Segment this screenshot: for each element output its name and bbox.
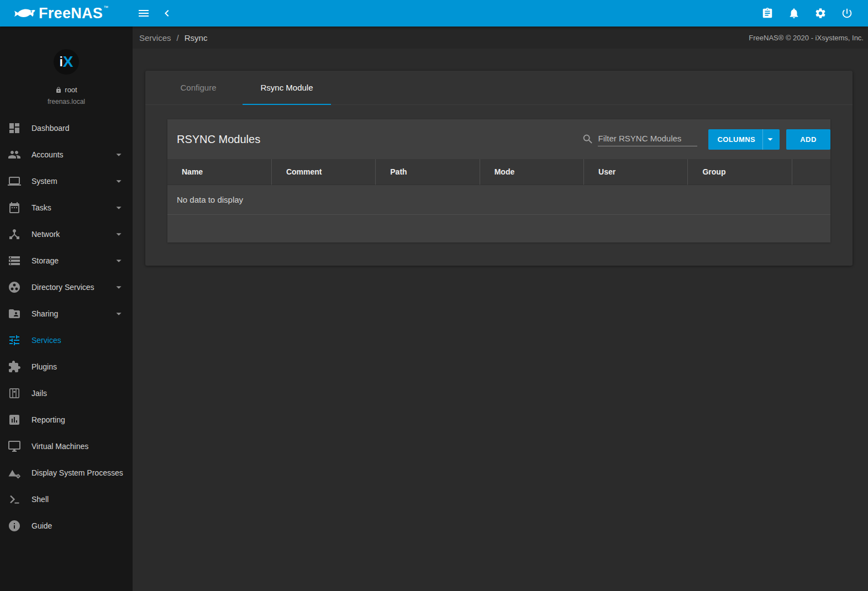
tab-configure[interactable]: Configure (154, 71, 243, 104)
system-icon (8, 175, 21, 188)
tab-bar: Configure Rsync Module (145, 71, 853, 105)
empty-row: No data to display (167, 184, 830, 214)
chevron-down-icon (113, 175, 125, 187)
sidebar-item-directory-services[interactable]: Directory Services (0, 274, 133, 300)
column-header-comment[interactable]: Comment (271, 159, 375, 184)
jails-icon (8, 387, 21, 400)
services-icon (8, 334, 21, 347)
freenas-logo: FreeNAS ™ (0, 3, 133, 23)
sidebar-item-system[interactable]: System (0, 168, 133, 194)
topbar-left-icons (133, 2, 178, 24)
column-header-name[interactable]: Name (167, 159, 271, 184)
sharing-icon (8, 307, 21, 320)
breadcrumb-section[interactable]: Services (139, 33, 171, 43)
dashboard-icon (8, 122, 21, 135)
search-icon (582, 133, 594, 145)
column-header-path[interactable]: Path (376, 159, 480, 184)
empty-message-cell: No data to display (167, 184, 830, 214)
rsync-modules-table: NameCommentPathModeUserGroup No data to … (167, 159, 830, 215)
lock-icon (55, 87, 62, 93)
column-header-mode[interactable]: Mode (480, 159, 583, 184)
tab-rsync-module[interactable]: Rsync Module (243, 71, 331, 104)
main-content: Configure Rsync Module RSYNC Modules COL… (133, 49, 868, 591)
power-icon (841, 7, 853, 19)
breadcrumb: Services / Rsync FreeNAS® © 2020 - iXsys… (133, 27, 868, 49)
chevron-down-icon (113, 228, 125, 240)
freenas-brand: FreeNAS ™ (12, 3, 108, 23)
filter-input[interactable] (598, 132, 697, 146)
chevron-down-icon (113, 281, 125, 293)
network-icon (8, 228, 21, 241)
sidebar: i X root freenas.local Dashboard Account… (0, 27, 133, 591)
columns-button-label: COLUMNS (717, 135, 755, 144)
task-manager-button[interactable] (756, 2, 778, 24)
settings-icon (814, 7, 827, 19)
plugins-icon (8, 360, 21, 373)
task-manager-icon (761, 7, 774, 19)
sidebar-item-accounts[interactable]: Accounts (0, 141, 133, 168)
display-system-processes-icon (8, 466, 21, 479)
sidebar-item-display-system-processes[interactable]: Display System Processes (0, 460, 133, 486)
directory-services-icon (8, 281, 21, 294)
collapse-sidebar-button[interactable] (156, 2, 178, 24)
sidebar-item-plugins[interactable]: Plugins (0, 353, 133, 380)
panel-title: RSYNC Modules (177, 133, 260, 146)
logged-in-user: root (0, 86, 133, 94)
columns-button-divider (762, 129, 763, 150)
rsync-modules-panel: RSYNC Modules COLUMNS ADD (167, 119, 830, 242)
sidebar-item-jails[interactable]: Jails (0, 380, 133, 407)
sidebar-item-dashboard[interactable]: Dashboard (0, 115, 133, 141)
chevron-down-icon (113, 202, 125, 214)
reporting-icon (8, 413, 21, 426)
column-header-user[interactable]: User (584, 159, 688, 184)
sidebar-item-sharing[interactable]: Sharing (0, 300, 133, 327)
menu-button[interactable] (133, 2, 155, 24)
topbar-right-icons (756, 2, 868, 24)
sidebar-item-guide[interactable]: Guide (0, 513, 133, 539)
table-header-row: NameCommentPathModeUserGroup (167, 159, 830, 184)
chevron-down-icon (113, 149, 125, 161)
sidebar-item-services[interactable]: Services (0, 327, 133, 353)
guide-icon (8, 519, 21, 532)
top-bar: FreeNAS ™ (0, 0, 868, 27)
ix-logo-x: X (63, 53, 73, 71)
sidebar-item-shell[interactable]: Shell (0, 486, 133, 513)
column-header-group[interactable]: Group (688, 159, 792, 184)
brand-trademark: ™ (103, 5, 108, 10)
table-footer (167, 215, 830, 242)
tasks-calendar-icon (8, 201, 21, 214)
ix-logo: i X (54, 49, 79, 75)
panel-toolbar: RSYNC Modules COLUMNS ADD (167, 119, 830, 159)
chevron-down-icon (113, 255, 125, 267)
shell-icon (8, 493, 21, 506)
sidebar-item-virtual-machines[interactable]: Virtual Machines (0, 433, 133, 460)
sidebar-item-network[interactable]: Network (0, 221, 133, 247)
power-button[interactable] (836, 2, 858, 24)
sidebar-item-storage[interactable]: Storage (0, 247, 133, 274)
notifications-icon (788, 7, 800, 19)
filter-field (582, 132, 697, 146)
freenas-shark-icon (12, 3, 36, 23)
brand-name: FreeNAS (39, 5, 103, 22)
add-button[interactable]: ADD (786, 129, 830, 150)
add-button-label: ADD (800, 135, 816, 144)
breadcrumb-current: Rsync (185, 33, 208, 43)
copyright-text: FreeNAS® © 2020 - iXsystems, Inc. (749, 34, 864, 42)
breadcrumb-separator: / (177, 33, 179, 43)
chevron-down-icon (113, 308, 125, 320)
settings-button[interactable] (809, 2, 832, 24)
columns-button[interactable]: COLUMNS (708, 129, 780, 150)
rsync-card: Configure Rsync Module RSYNC Modules COL… (145, 71, 853, 266)
chevron-down-icon (764, 133, 776, 145)
toolbar-actions: COLUMNS ADD (582, 129, 830, 150)
username: root (65, 86, 77, 94)
sidebar-item-tasks[interactable]: Tasks (0, 194, 133, 221)
notifications-button[interactable] (783, 2, 805, 24)
accounts-icon (8, 148, 21, 161)
hostname: freenas.local (0, 98, 133, 105)
menu-icon (137, 7, 150, 20)
column-header-actions (792, 159, 830, 184)
sidebar-nav: Dashboard Accounts System Tasks Network … (0, 115, 133, 539)
sidebar-item-reporting[interactable]: Reporting (0, 407, 133, 433)
virtual-machines-icon (8, 440, 21, 453)
